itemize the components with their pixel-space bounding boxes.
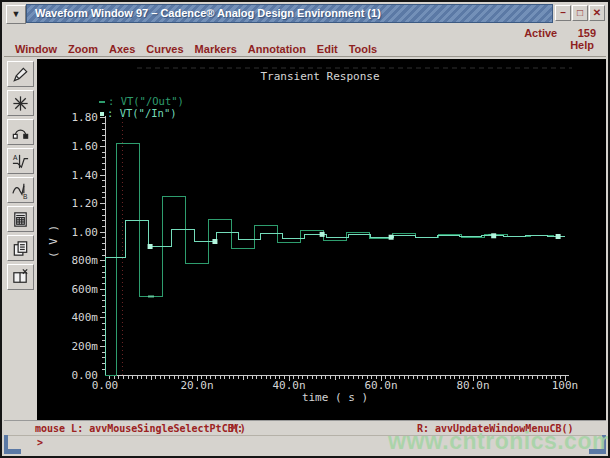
calculator-button[interactable] (7, 206, 34, 232)
copy-icon (11, 239, 30, 258)
window-title: Waveform Window 97 – Cadence® Analog Des… (27, 5, 552, 22)
marker-b-icon: B (11, 181, 30, 200)
menu-item-tools[interactable]: Tools (349, 43, 378, 55)
waveform-window: ▼ Waveform Window 97 – Cadence® Analog D… (0, 0, 610, 458)
status-mouse-left: mouse L: avvMouseSingleSelectPtCB() (35, 423, 246, 434)
close-button[interactable]: ✕ (589, 5, 605, 21)
menu-item-axes[interactable]: Axes (109, 43, 135, 55)
svg-text:B: B (23, 192, 28, 199)
maximize-button[interactable]: □ (572, 5, 588, 21)
y-tick-label: 800m (72, 254, 99, 267)
active-status-row: Active 159 (4, 23, 606, 39)
horizontal-marker-b-button[interactable]: B (7, 177, 34, 203)
plot-title: Transient Response (37, 70, 603, 83)
minimize-button[interactable]: – (555, 5, 571, 21)
pen-icon (11, 65, 30, 84)
data-point-marker[interactable] (556, 234, 561, 239)
data-point-marker[interactable] (320, 232, 325, 237)
title-bar[interactable]: ▼ Waveform Window 97 – Cadence® Analog D… (4, 4, 606, 23)
arc-markers-icon (11, 123, 30, 142)
x-axis-label: time ( s ) (105, 391, 565, 404)
menu-item-curves[interactable]: Curves (146, 43, 183, 55)
data-point-marker[interactable] (491, 233, 496, 238)
legend-label: : VT("/In") (107, 107, 177, 119)
data-point-marker[interactable] (212, 239, 217, 244)
y-axis-label: ( V ) (47, 214, 60, 270)
y-tick-label: 400m (72, 311, 99, 324)
data-point-marker[interactable] (148, 244, 153, 249)
svg-text:A: A (13, 153, 18, 160)
resize-corner-left[interactable] (4, 435, 21, 454)
title-bar-stripes[interactable]: Waveform Window 97 – Cadence® Analog Des… (26, 4, 553, 23)
legend-label: : VT("/Out") (108, 95, 184, 107)
subwindow-icon (11, 268, 30, 287)
y-tick-label: 1.20 (72, 197, 99, 210)
window-controls: – □ ✕ (554, 4, 606, 23)
menu-item-markers[interactable]: Markers (195, 43, 237, 55)
left-toolbar: AB (4, 58, 37, 421)
main-area: AB 0.00200m400m600m800m1.001.201.401.601… (4, 56, 606, 421)
y-tick-label: 1.80 (72, 111, 99, 124)
series-in[interactable] (105, 221, 565, 375)
minimize-icon: – (560, 7, 566, 18)
menu-item-annotation[interactable]: Annotation (248, 43, 306, 55)
square-marker-icon (100, 112, 104, 116)
series-out[interactable] (105, 144, 565, 375)
copy-window-button[interactable] (7, 235, 34, 261)
close-icon: ✕ (593, 7, 601, 18)
chevron-down-icon: ▼ (12, 9, 21, 19)
plot-area[interactable]: 0.00200m400m600m800m1.001.201.401.601.80… (37, 59, 606, 421)
status-mouse-middle: M: (231, 423, 243, 434)
y-tick-label: 200m (72, 340, 99, 353)
watermark: www.cntronics.com (388, 428, 610, 455)
y-tick-label: 1.00 (72, 226, 99, 239)
menu-item-edit[interactable]: Edit (317, 43, 338, 55)
active-label: Active (524, 27, 557, 39)
window-menu-button[interactable]: ▼ (6, 5, 26, 24)
y-tick-label: 600m (72, 283, 99, 296)
split-window-button[interactable] (7, 264, 34, 290)
star-icon (11, 94, 30, 113)
legend-entry-in: : VT("/In") (99, 108, 184, 120)
zoom-star-button[interactable] (7, 90, 34, 116)
y-tick-label: 1.60 (72, 140, 99, 153)
trace-hop-button[interactable] (7, 119, 34, 145)
legend: : VT("/Out"): VT("/In") (99, 96, 184, 119)
y-tick-label: 1.40 (72, 169, 99, 182)
calculator-icon (11, 210, 30, 229)
menu-item-help[interactable]: Help (570, 39, 594, 51)
data-point-marker[interactable] (148, 295, 154, 297)
menu-bar: WindowZoomAxesCurvesMarkersAnnotationEdi… (4, 39, 606, 56)
menu-items: WindowZoomAxesCurvesMarkersAnnotationEdi… (4, 39, 377, 56)
marker-a-icon: A (11, 152, 30, 171)
dash-marker-icon (99, 101, 105, 103)
menu-item-window[interactable]: Window (15, 43, 57, 55)
menu-item-zoom[interactable]: Zoom (68, 43, 98, 55)
probe-pen-button[interactable] (7, 61, 34, 87)
active-count: 159 (578, 27, 596, 39)
prompt-label: > (37, 437, 43, 448)
maximize-icon: □ (577, 7, 583, 18)
vertical-marker-a-button[interactable]: A (7, 148, 34, 174)
data-point-marker[interactable] (389, 235, 394, 240)
